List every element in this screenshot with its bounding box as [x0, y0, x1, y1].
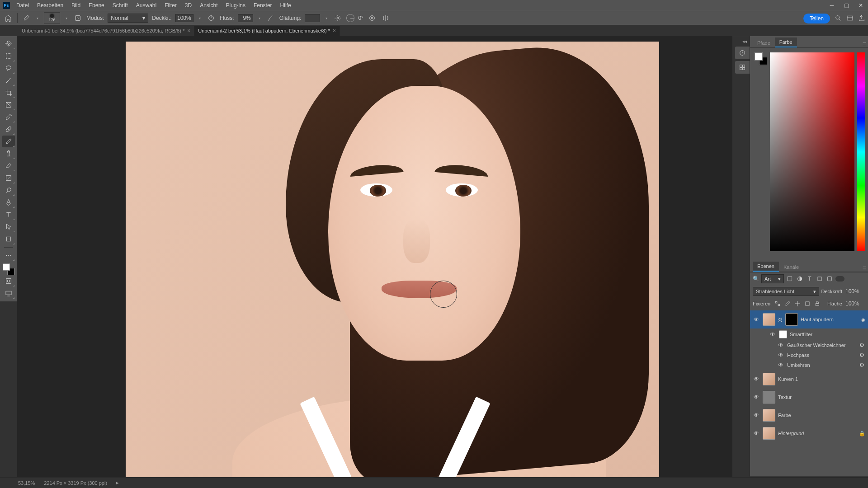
shape-tool[interactable]: [2, 233, 15, 245]
layer-name[interactable]: Farbe: [778, 413, 865, 418]
fg-color[interactable]: [3, 263, 10, 271]
smartfilter-group[interactable]: 👁 Smartfilter: [750, 328, 868, 340]
lasso-tool[interactable]: [2, 62, 15, 74]
filter-pixel-icon[interactable]: [786, 275, 794, 283]
visibility-toggle[interactable]: 👁: [753, 412, 760, 418]
layer-farbe[interactable]: 👁 Farbe: [750, 406, 868, 424]
healing-tool[interactable]: [2, 123, 15, 135]
brush-tool[interactable]: [2, 136, 15, 147]
menu-hilfe[interactable]: Hilfe: [277, 1, 295, 10]
filter-umkehren[interactable]: 👁 Umkehren ⚙: [750, 360, 868, 370]
filter-options-icon[interactable]: ⚙: [858, 352, 865, 358]
menu-3d[interactable]: 3D: [181, 1, 195, 10]
smoothing-settings-icon[interactable]: [333, 13, 343, 23]
more-tools[interactable]: ⋯: [2, 249, 15, 261]
filter-type-select[interactable]: Art▾: [761, 274, 784, 283]
menu-auswahl[interactable]: Auswahl: [132, 1, 160, 10]
brush-panel-icon[interactable]: [73, 13, 83, 23]
minimize-button[interactable]: ─: [825, 0, 839, 11]
tab-doc-2[interactable]: Unbenannt-2 bei 53,1% (Haut abpudern, Eb…: [194, 26, 340, 36]
flow-input[interactable]: 9%: [238, 14, 253, 22]
color-field[interactable]: [770, 52, 854, 251]
panel-menu-icon[interactable]: ≡: [863, 40, 866, 47]
airbrush-icon[interactable]: [266, 13, 276, 23]
crop-tool[interactable]: [2, 87, 15, 99]
close-icon[interactable]: ×: [333, 28, 336, 34]
blend-mode-select[interactable]: Normal▾: [108, 14, 148, 23]
pressure-opacity-icon[interactable]: [206, 13, 216, 23]
link-icon[interactable]: ⛓: [778, 317, 783, 322]
filter-hochpass[interactable]: 👁 Hochpass ⚙: [750, 350, 868, 360]
symmetry-icon[interactable]: [381, 13, 391, 23]
doc-dimensions[interactable]: 2214 Px × 3319 Px (300 ppi): [44, 480, 107, 486]
layer-haut-abpudern[interactable]: 👁 ⛓ Haut abpudern ◉: [750, 310, 868, 328]
menu-ebene[interactable]: Ebene: [85, 1, 108, 10]
lock-all-icon[interactable]: [813, 300, 821, 308]
fg-swatch[interactable]: [755, 52, 763, 61]
maximize-button[interactable]: ▢: [839, 0, 854, 11]
menu-plugins[interactable]: Plug-ins: [222, 1, 249, 10]
document-canvas[interactable]: [126, 42, 659, 477]
type-tool[interactable]: [2, 209, 15, 221]
pen-tool[interactable]: [2, 197, 15, 208]
menu-ansicht[interactable]: Ansicht: [196, 1, 221, 10]
angle-control[interactable]: [346, 14, 354, 22]
layer-blend-select[interactable]: Strahlendes Licht▾: [753, 287, 819, 296]
layer-mask-thumb[interactable]: [785, 313, 798, 326]
filter-type-icon[interactable]: T: [806, 275, 814, 283]
layer-name[interactable]: Hintergrund: [778, 431, 856, 436]
flow-dropdown-icon[interactable]: ▾: [257, 16, 262, 20]
layer-thumb[interactable]: [763, 373, 775, 385]
close-icon[interactable]: ×: [187, 28, 190, 34]
tab-farbe[interactable]: Farbe: [775, 38, 797, 47]
layer-kurven[interactable]: 👁 Kurven 1: [750, 370, 868, 388]
marquee-tool[interactable]: [2, 50, 15, 62]
home-icon[interactable]: [3, 13, 14, 23]
libraries-panel-icon[interactable]: [735, 61, 750, 74]
visibility-toggle[interactable]: 👁: [753, 316, 760, 323]
filter-adjust-icon[interactable]: [796, 275, 804, 283]
lock-transparent-icon[interactable]: [774, 300, 782, 308]
layer-name[interactable]: Umkehren: [787, 362, 855, 368]
tab-ebenen[interactable]: Ebenen: [753, 262, 779, 272]
visibility-toggle[interactable]: 👁: [753, 376, 760, 382]
filter-smart-icon[interactable]: [826, 275, 834, 283]
close-button[interactable]: ✕: [854, 0, 868, 11]
visibility-toggle[interactable]: 👁: [753, 430, 760, 436]
move-tool[interactable]: [2, 38, 15, 50]
menu-datei[interactable]: Datei: [13, 1, 33, 10]
history-panel-icon[interactable]: [735, 47, 750, 59]
layer-thumb[interactable]: [763, 427, 775, 440]
tool-dropdown-icon[interactable]: ▾: [35, 16, 40, 20]
smoothing-input[interactable]: [305, 14, 320, 22]
hue-strip[interactable]: [857, 52, 865, 251]
lock-icon[interactable]: 🔒: [859, 431, 865, 436]
eyedropper-tool[interactable]: [2, 111, 15, 123]
layer-name[interactable]: Smartfilter: [790, 332, 865, 337]
canvas-area[interactable]: [17, 36, 732, 477]
layer-name[interactable]: Haut abpudern: [801, 317, 859, 322]
share-button[interactable]: Teilen: [803, 14, 830, 23]
tab-pfade[interactable]: Pfade: [753, 38, 775, 47]
quickmask-tool[interactable]: [2, 275, 15, 287]
visibility-toggle[interactable]: 👁: [777, 352, 784, 358]
filter-gauss[interactable]: 👁 Gaußscher Weichzeichner ⚙: [750, 340, 868, 350]
gradient-tool[interactable]: [2, 172, 15, 184]
opacity-dropdown-icon[interactable]: ▾: [197, 16, 203, 20]
eraser-tool[interactable]: [2, 160, 15, 172]
visibility-toggle[interactable]: 👁: [777, 342, 784, 348]
fg-bg-color-swatch[interactable]: [3, 263, 14, 275]
panel-menu-icon[interactable]: ≡: [863, 264, 866, 272]
layer-name[interactable]: Kurven 1: [778, 376, 865, 382]
layer-name[interactable]: Hochpass: [787, 352, 855, 358]
filter-shape-icon[interactable]: [816, 275, 824, 283]
layer-fill-input[interactable]: 100%: [845, 300, 865, 307]
tab-doc-1[interactable]: Unbenannt-1 bei 34,9% (bca77544d76c791f5…: [18, 26, 194, 36]
dodge-tool[interactable]: [2, 184, 15, 196]
menu-filter[interactable]: Filter: [161, 1, 180, 10]
zoom-level[interactable]: 53,15%: [18, 480, 35, 486]
lock-artboard-icon[interactable]: [803, 300, 811, 308]
brush-preset-picker[interactable]: 176: [44, 12, 60, 24]
frame-tool[interactable]: [2, 99, 15, 111]
opacity-input[interactable]: 100%: [175, 14, 193, 22]
